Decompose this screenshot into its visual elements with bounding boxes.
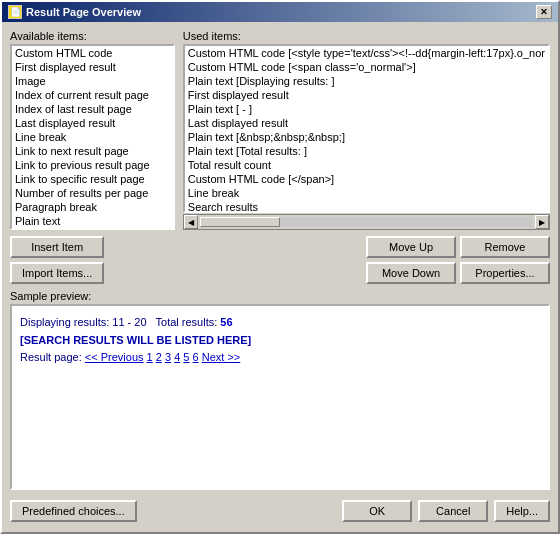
remove-button[interactable]: Remove	[460, 236, 550, 258]
close-button[interactable]: ✕	[536, 5, 552, 19]
lists-row: Available items: Custom HTML code First …	[10, 30, 550, 230]
preview-page2-link[interactable]: 2	[156, 351, 162, 363]
right-buttons-row1: Move Up Remove	[366, 236, 550, 258]
list-item[interactable]: Link to specific result page	[12, 172, 173, 186]
scrollbar-right-btn[interactable]: ▶	[535, 215, 549, 229]
preview-page5-link[interactable]: 5	[183, 351, 189, 363]
list-item[interactable]: Line break	[185, 186, 548, 200]
cancel-button[interactable]: Cancel	[418, 500, 488, 522]
list-item[interactable]: Line break	[12, 130, 173, 144]
preview-previous-link[interactable]: << Previous	[85, 351, 144, 363]
preview-label: Sample preview:	[10, 290, 550, 302]
list-item[interactable]: Custom HTML code [</span>]	[185, 172, 548, 186]
preview-page1-link[interactable]: 1	[147, 351, 153, 363]
list-item[interactable]: Index of current result page	[12, 88, 173, 102]
used-items-section: Used items: Custom HTML code [<style typ…	[183, 30, 550, 230]
list-item[interactable]: Plain text [Displaying results: ]	[185, 74, 548, 88]
scrollbar-left-btn[interactable]: ◀	[184, 215, 198, 229]
insert-item-button[interactable]: Insert Item	[10, 236, 104, 258]
used-items-listbox[interactable]: Custom HTML code [<style type='text/css'…	[183, 44, 550, 213]
list-item[interactable]: Plain text [&nbsp;&nbsp;&nbsp;]	[185, 130, 548, 144]
list-item[interactable]: First displayed result	[185, 88, 548, 102]
title-bar-title: 📄 Result Page Overview	[8, 5, 141, 19]
right-buttons-row2: Move Down Properties...	[366, 262, 550, 284]
footer-row: Predefined choices... OK Cancel Help...	[10, 496, 550, 524]
left-buttons: Insert Item Import Items...	[10, 236, 104, 284]
preview-search-results: [SEARCH RESULTS WILL BE LISTED HERE]	[20, 332, 540, 350]
move-down-button[interactable]: Move Down	[366, 262, 456, 284]
preview-displaying: Displaying results: 11 - 20 Total result…	[20, 316, 220, 328]
preview-nav: Result page: << Previous 1 2 3 4 5 6 Nex…	[20, 349, 540, 367]
footer-right-buttons: OK Cancel Help...	[342, 500, 550, 522]
title-bar: 📄 Result Page Overview ✕	[2, 2, 558, 22]
window-title: Result Page Overview	[26, 6, 141, 18]
list-item[interactable]: Image	[12, 74, 173, 88]
preview-page3-link[interactable]: 3	[165, 351, 171, 363]
preview-result-page-prefix: Result page:	[20, 351, 85, 363]
list-item[interactable]: Index of last result page	[12, 102, 173, 116]
scrollbar-thumb[interactable]	[200, 217, 280, 227]
list-item[interactable]: Paragraph break	[12, 200, 173, 214]
help-button[interactable]: Help...	[494, 500, 550, 522]
list-item[interactable]: Custom HTML code [<style type='text/css'…	[185, 46, 548, 60]
used-items-scrollbar-h[interactable]: ◀ ▶	[183, 214, 550, 230]
action-buttons-row: Insert Item Import Items... Move Up Remo…	[10, 236, 550, 284]
list-item[interactable]: Link to next result page	[12, 144, 173, 158]
preview-total: 56	[220, 316, 232, 328]
used-items-label: Used items:	[183, 30, 550, 42]
main-window: 📄 Result Page Overview ✕ Available items…	[0, 0, 560, 534]
window-icon: 📄	[8, 5, 22, 19]
list-item[interactable]: Last displayed result	[12, 116, 173, 130]
preview-page4-link[interactable]: 4	[174, 351, 180, 363]
available-items-listbox[interactable]: Custom HTML code First displayed result …	[10, 44, 175, 230]
right-buttons: Move Up Remove Move Down Properties...	[366, 236, 550, 284]
ok-button[interactable]: OK	[342, 500, 412, 522]
main-content: Available items: Custom HTML code First …	[2, 22, 558, 532]
properties-button[interactable]: Properties...	[460, 262, 550, 284]
list-item[interactable]: Last displayed result	[185, 116, 548, 130]
list-item[interactable]: Search query	[12, 228, 173, 230]
list-item[interactable]: Plain text [Total results: ]	[185, 144, 548, 158]
scrollbar-track	[200, 217, 533, 227]
predefined-choices-button[interactable]: Predefined choices...	[10, 500, 137, 522]
available-items-label: Available items:	[10, 30, 175, 42]
list-item[interactable]: Plain text [ - ]	[185, 102, 548, 116]
preview-section: Sample preview: Displaying results: 11 -…	[10, 290, 550, 490]
list-item[interactable]: Total result count	[185, 158, 548, 172]
list-item[interactable]: Custom HTML code [<span class='o_normal'…	[185, 60, 548, 74]
list-item[interactable]: Number of results per page	[12, 186, 173, 200]
list-item[interactable]: Search results	[185, 200, 548, 213]
list-item[interactable]: Plain text	[12, 214, 173, 228]
preview-next-link[interactable]: Next >>	[202, 351, 241, 363]
list-item[interactable]: Custom HTML code	[12, 46, 173, 60]
preview-page6-link[interactable]: 6	[193, 351, 199, 363]
preview-box: Displaying results: 11 - 20 Total result…	[10, 304, 550, 490]
move-up-button[interactable]: Move Up	[366, 236, 456, 258]
list-item[interactable]: First displayed result	[12, 60, 173, 74]
list-item[interactable]: Link to previous result page	[12, 158, 173, 172]
import-items-button[interactable]: Import Items...	[10, 262, 104, 284]
available-items-section: Available items: Custom HTML code First …	[10, 30, 175, 230]
preview-line1: Displaying results: 11 - 20 Total result…	[20, 314, 540, 332]
